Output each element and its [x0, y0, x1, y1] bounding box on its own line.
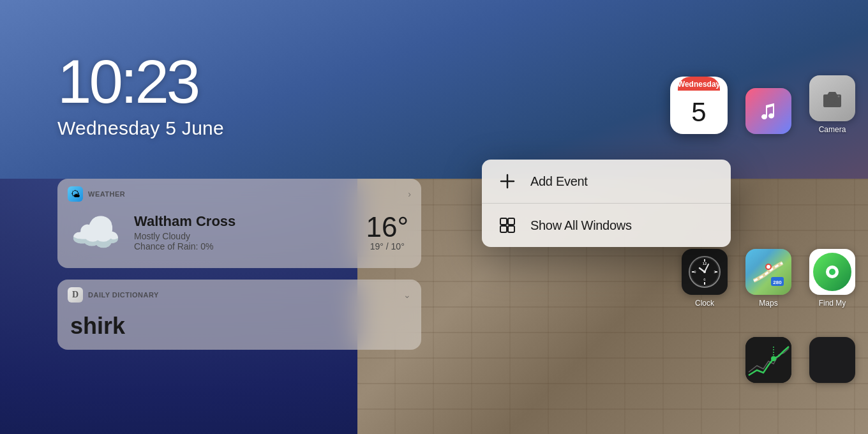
svg-rect-29	[508, 226, 514, 232]
svg-text:280: 280	[773, 280, 782, 285]
stocks-svg	[745, 337, 791, 383]
add-event-label: Add Event	[530, 174, 588, 189]
app-music[interactable]	[745, 88, 791, 134]
clock-time: 10:23	[57, 51, 224, 112]
clock-date: Wednesday 5 June	[57, 117, 224, 139]
clock-icon: 12 6 3 9	[682, 249, 728, 295]
svg-point-2	[838, 96, 840, 98]
maps-svg: 280	[751, 254, 786, 290]
weather-temp: 16° 19° / 10°	[366, 213, 408, 251]
weather-label: WEATHER	[88, 190, 125, 198]
weather-rain: Chance of Rain: 0%	[134, 241, 353, 251]
app-camera[interactable]: Camera	[809, 75, 855, 134]
svg-rect-28	[500, 226, 507, 232]
context-menu-item-add-event[interactable]: Add Event	[482, 160, 731, 204]
calendar-icon: Wednesday 5	[670, 77, 728, 134]
weather-city: Waltham Cross	[134, 213, 353, 230]
weather-temp-main: 16°	[366, 213, 408, 241]
weather-description: Mostly Cloudy	[134, 231, 353, 241]
weather-header-left: 🌤 WEATHER	[68, 186, 125, 202]
weather-header: 🌤 WEATHER ›	[57, 179, 421, 207]
music-icon	[745, 88, 791, 134]
show-windows-icon	[496, 214, 519, 237]
calendar-day: 5	[691, 91, 706, 134]
dict-header-left: D DAILY DICTIONARY	[68, 287, 159, 303]
dict-app-icon: D	[68, 287, 83, 303]
camera-label: Camera	[819, 125, 846, 134]
weather-temp-range: 19° / 10°	[366, 241, 408, 251]
dict-header: D DAILY DICTIONARY ⌄	[57, 280, 421, 308]
mid-app-row: 12 6 3 9 Clock	[682, 249, 855, 308]
dictionary-widget[interactable]: D DAILY DICTIONARY ⌄ shirk	[57, 280, 421, 350]
add-event-icon	[496, 170, 519, 193]
findmy-ring	[813, 253, 851, 291]
dict-chevron-icon: ⌄	[403, 290, 411, 300]
top-app-row: Wednesday 5 Camera	[670, 75, 855, 134]
widgets-panel: 🌤 WEATHER › ☁️ Waltham Cross Mostly Clou…	[57, 179, 421, 361]
svg-point-20	[767, 265, 770, 269]
maps-icon: 280	[745, 249, 791, 295]
weather-cloud-icon: ☁️	[70, 212, 121, 253]
show-windows-label: Show All Windows	[530, 218, 632, 233]
grid-svg	[498, 216, 516, 234]
svg-text:12: 12	[703, 262, 707, 266]
multiapp-icon	[809, 337, 855, 383]
weather-info: Waltham Cross Mostly Cloudy Chance of Ra…	[134, 213, 353, 251]
clock-section: 10:23 Wednesday 5 June	[57, 51, 224, 139]
stocks-icon	[745, 337, 791, 383]
app-maps[interactable]: 280 Maps	[745, 249, 791, 308]
findmy-label: Find My	[819, 299, 846, 308]
weather-widget[interactable]: 🌤 WEATHER › ☁️ Waltham Cross Mostly Clou…	[57, 179, 421, 268]
svg-point-15	[703, 271, 706, 273]
plus-svg	[498, 172, 516, 190]
weather-content: ☁️ Waltham Cross Mostly Cloudy Chance of…	[57, 207, 421, 268]
clock-label: Clock	[695, 299, 714, 308]
weather-chevron-icon: ›	[408, 189, 411, 199]
svg-rect-26	[500, 218, 507, 225]
context-menu-item-show-windows[interactable]: Show All Windows	[482, 204, 731, 247]
svg-point-1	[830, 97, 835, 102]
app-stocks[interactable]	[745, 337, 791, 383]
app-multiapp[interactable]	[809, 337, 855, 383]
music-note-svg	[756, 98, 781, 124]
svg-rect-21	[745, 337, 791, 383]
dict-label: DAILY DICTIONARY	[88, 291, 159, 299]
weather-app-icon: 🌤	[68, 186, 83, 202]
app-findmy[interactable]: Find My	[809, 249, 855, 308]
app-clock[interactable]: 12 6 3 9 Clock	[682, 249, 728, 308]
context-menu: Add Event Show All Windows	[482, 160, 731, 247]
svg-rect-27	[508, 218, 514, 225]
dict-word: shirk	[57, 308, 421, 350]
findmy-center	[826, 266, 839, 278]
maps-label: Maps	[759, 299, 777, 308]
bottom-app-row	[745, 337, 855, 383]
clock-svg: 12 6 3 9	[687, 254, 722, 290]
findmy-dot	[829, 269, 835, 275]
calendar-weekday: Wednesday	[678, 77, 720, 91]
app-calendar[interactable]: Wednesday 5	[670, 77, 728, 134]
findmy-icon	[809, 249, 855, 295]
camera-icon	[809, 75, 855, 121]
camera-svg	[819, 86, 845, 111]
